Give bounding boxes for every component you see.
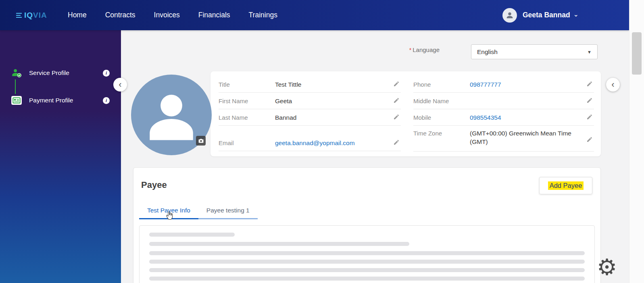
payee-section-title: Payee [141, 180, 167, 190]
chevron-down-icon: ⌄ [573, 10, 579, 18]
language-label-text: Language [413, 46, 440, 53]
add-payee-label: Add Payee [548, 181, 584, 190]
dropdown-arrow-icon: ▼ [587, 50, 592, 54]
email-link[interactable]: geeta.bannad@yopmail.com [275, 139, 392, 147]
settings-gear-icon[interactable]: ⚙ [597, 256, 617, 279]
payee-loading-panel [139, 225, 595, 283]
field-value: Geeta [275, 97, 392, 105]
edit-pencil-icon[interactable] [392, 81, 401, 88]
field-row-title: Title Test Tittle [219, 76, 401, 93]
tab-test-payee-info[interactable]: Test Payee Info [139, 203, 198, 218]
language-label: *Language [379, 46, 440, 53]
change-photo-camera-icon[interactable] [196, 136, 206, 146]
edit-pencil-icon[interactable] [392, 114, 401, 121]
nav-item-financials[interactable]: Financials [198, 8, 231, 22]
main-nav: Home Contracts Invoices Financials Train… [67, 8, 278, 22]
sidebar-item-label: Service Profile [29, 69, 69, 77]
sidebar-collapse-button[interactable]: ‹ [113, 78, 127, 92]
main-content: *Language English ▼ Title Test Tittle Fi… [121, 30, 629, 283]
brand-text-primary: IQ [24, 11, 33, 20]
right-panel-collapse-button[interactable]: ‹ [606, 78, 620, 92]
field-value: (GMT+00:00) Greenwich Mean Time (GMT) [470, 129, 585, 146]
user-menu[interactable]: Geeta Bannad ⌄ [502, 8, 579, 23]
required-asterisk: * [409, 47, 411, 53]
sidebar-item-service-profile[interactable]: Service Profile i [0, 64, 121, 82]
payee-card: Payee Add Payee Test Payee Info Payee te… [133, 167, 601, 283]
sidebar-item-payment-profile[interactable]: Payment Profile i [0, 92, 121, 109]
info-icon[interactable]: i [103, 70, 110, 77]
language-selected-value: English [477, 48, 498, 56]
field-value: Test Tittle [275, 80, 392, 89]
field-row-middle-name: Middle Name [413, 93, 594, 109]
skeleton-line [149, 268, 585, 272]
profile-fields-right-column: Phone 098777777 Middle Name Mobile 09855… [413, 76, 594, 152]
field-row-phone: Phone 098777777 [413, 76, 594, 93]
field-row-email: Email geeta.bannad@yopmail.com [219, 135, 401, 151]
field-value: Bannad [275, 113, 392, 122]
nav-item-invoices[interactable]: Invoices [153, 8, 181, 22]
page-scrollbar-thumb[interactable] [632, 32, 642, 75]
nav-item-trainings[interactable]: Trainings [248, 8, 278, 22]
field-row-first-name: First Name Geeta [219, 93, 401, 109]
edit-pencil-icon[interactable] [585, 81, 594, 88]
mobile-link[interactable]: 098554354 [470, 113, 585, 122]
iqvia-logo: IQ VIA [16, 11, 60, 20]
edit-pencil-icon[interactable] [585, 97, 594, 105]
skeleton-line [149, 251, 585, 255]
top-navigation: IQ VIA Home Contracts Invoices Financial… [0, 0, 629, 30]
payment-profile-card-icon [10, 96, 23, 105]
field-row-mobile: Mobile 098554354 [413, 109, 594, 126]
edit-pencil-icon[interactable] [585, 114, 594, 121]
nav-item-home[interactable]: Home [67, 8, 88, 22]
field-label: Last Name [219, 114, 275, 121]
field-label: Mobile [413, 114, 470, 121]
logo-bars-icon [16, 13, 22, 18]
field-label: Time Zone [413, 129, 470, 137]
field-label: First Name [219, 98, 275, 104]
skeleton-line [149, 242, 409, 246]
user-name: Geeta Bannad [523, 11, 570, 19]
brand-text-secondary: VIA [33, 11, 47, 20]
edit-pencil-icon[interactable] [392, 139, 401, 147]
add-payee-button[interactable]: Add Payee [539, 177, 592, 194]
sidebar-item-label: Payment Profile [29, 97, 73, 104]
field-row-time-zone: Time Zone (GMT+00:00) Greenwich Mean Tim… [413, 126, 594, 152]
skeleton-line [149, 260, 585, 264]
phone-link[interactable]: 098777777 [470, 80, 585, 89]
user-avatar-icon [502, 8, 517, 23]
tab-payee-testing-1[interactable]: Payee testing 1 [198, 203, 258, 218]
field-label: Title [219, 81, 275, 88]
language-select[interactable]: English ▼ [471, 44, 598, 59]
profile-fields-left-column: Title Test Tittle First Name Geeta Last … [219, 76, 401, 151]
field-label: Middle Name [413, 98, 470, 104]
payee-tabs: Test Payee Info Payee testing 1 [139, 203, 258, 218]
info-icon[interactable]: i [103, 97, 110, 104]
profile-details-card: Title Test Tittle First Name Geeta Last … [210, 71, 601, 156]
skeleton-line [149, 277, 585, 281]
edit-pencil-icon[interactable] [585, 136, 594, 144]
field-label: Email [219, 139, 275, 146]
field-label: Phone [413, 81, 470, 88]
service-profile-person-check-icon [10, 68, 23, 79]
nav-item-contracts[interactable]: Contracts [104, 8, 136, 22]
field-row-last-name: Last Name Bannad [219, 109, 401, 126]
edit-pencil-icon[interactable] [392, 97, 401, 105]
skeleton-line [149, 233, 235, 237]
sidebar: Service Profile i Payment Profile i [0, 30, 121, 283]
page-scrollbar-track[interactable] [629, 0, 644, 283]
